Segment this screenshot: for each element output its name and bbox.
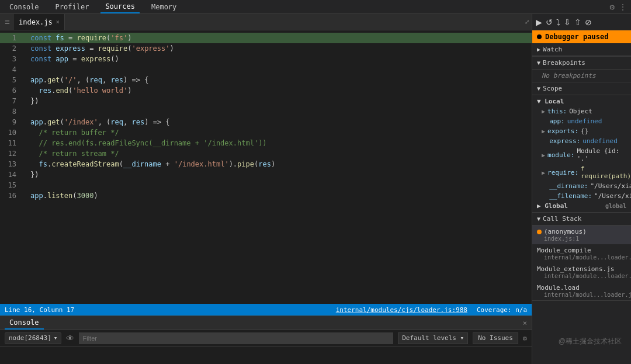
breakpoints-header[interactable]: ▼ Breakpoints: [532, 57, 631, 70]
breakpoints-section: ▼ Breakpoints No breakpoints: [532, 57, 631, 82]
debugger-panel: ▶ ↺ ⤵ ⇩ ⇧ ⊘ Debugger paused ▶ Watch ▼ Br…: [532, 14, 631, 364]
scope-key-exports: exports:: [547, 127, 578, 135]
eye-icon[interactable]: 👁: [66, 334, 74, 343]
debugger-toolbar: ▶ ↺ ⤵ ⇩ ⇧ ⊘: [532, 14, 631, 30]
code-line-5: 5 app.get('/', (req, res) => {: [0, 75, 532, 85]
loader-link[interactable]: internal/modules/cjs/loader.js:988: [336, 306, 467, 314]
coverage-status: Coverage: n/a: [477, 306, 527, 314]
line-number-8: 8: [0, 108, 21, 116]
line-content-14: }): [30, 171, 532, 179]
reload-button[interactable]: ↺: [546, 18, 553, 27]
scope-key-this: this:: [547, 108, 567, 115]
callstack-section: ▼ Call Stack (anonymous) index.js:1 Modu…: [532, 213, 631, 301]
callstack-loc-module-compile: internal/module...loader.js:1089: [537, 254, 626, 261]
scope-module[interactable]: ▶ module: Module {id: '.': [532, 146, 631, 164]
scope-val-dirname: "/Users/xiaoj: [590, 182, 631, 190]
scope-section: ▼ Scope ▼ Local ▶ this: Object app: unde…: [532, 82, 631, 213]
code-line-4: 4: [0, 64, 532, 75]
console-gear-icon[interactable]: ⚙: [523, 334, 527, 342]
console-section: Console × node[26843] ▾ 👁 Default levels…: [0, 316, 532, 364]
line-number-3: 3: [0, 55, 21, 63]
callstack-item-anonymous[interactable]: (anonymous) index.js:1: [532, 226, 631, 244]
console-filter-input[interactable]: [79, 332, 393, 344]
file-tab-close[interactable]: ×: [56, 19, 60, 25]
expand-icon[interactable]: ⤢: [525, 19, 529, 25]
line-number-4: 4: [0, 65, 21, 74]
scope-exports[interactable]: ▶ exports: {}: [532, 126, 631, 136]
line-number-12: 12: [0, 150, 21, 158]
code-line-10: 10 /* return buffer */: [0, 127, 532, 138]
code-line-13: 13 fs.createReadStream(__dirname + '/ind…: [0, 159, 532, 169]
global-scope-header[interactable]: ▶ Global global: [532, 201, 631, 211]
scope-expand-icon: ▼: [537, 85, 540, 92]
line-content-13: fs.createReadStream(__dirname + '/index.…: [30, 160, 532, 168]
line-content-16: app.listen(3000): [30, 192, 532, 200]
scope-val-this: Object: [569, 108, 592, 115]
paused-label: Debugger paused: [545, 33, 608, 41]
watermark: @稀土掘金技术社区: [559, 337, 622, 346]
callstack-header[interactable]: ▼ Call Stack: [532, 213, 631, 226]
callstack-name-module-extensions: Module_extensions.js: [537, 265, 626, 273]
level-selector[interactable]: Default levels ▾: [398, 332, 468, 344]
tab-console[interactable]: Console: [5, 0, 44, 13]
code-line-16: 16 app.listen(3000): [0, 190, 532, 201]
console-header: Console ×: [0, 316, 532, 330]
no-breakpoints-text: No breakpoints: [532, 70, 631, 82]
scope-require[interactable]: ▶ require: f require(path): [532, 164, 631, 181]
watch-section: ▶ Watch: [532, 43, 631, 57]
file-tab-index[interactable]: index.js ×: [14, 14, 65, 30]
step-out-button[interactable]: ⇧: [574, 18, 581, 27]
tab-profiler[interactable]: Profiler: [51, 0, 94, 13]
code-line-12: 12 /* return stream */: [0, 148, 532, 159]
scope-content: ▼ Local ▶ this: Object app: undefined ▶ …: [532, 95, 631, 212]
scope-key-module: module:: [547, 151, 574, 159]
scope-this[interactable]: ▶ this: Object: [532, 106, 631, 116]
scope-val-module: Module {id: '.': [577, 147, 626, 162]
breakpoints-expand-icon: ▼: [537, 60, 540, 66]
callstack-item-module-load[interactable]: Module.load internal/modul...loader.js:9…: [532, 282, 631, 300]
resume-button[interactable]: ▶: [536, 18, 542, 27]
callstack-loc-module-extensions: internal/module...loader.js:1101: [537, 273, 626, 279]
more-options-icon[interactable]: ⋮: [619, 3, 626, 11]
scope-key-dirname: __dirname:: [542, 182, 588, 190]
line-number-5: 5: [0, 76, 21, 84]
node-selector[interactable]: node[26843] ▾: [5, 332, 61, 344]
line-number-16: 16: [0, 192, 21, 200]
code-line-9: 9 app.get('/index', (req, res) => {: [0, 117, 532, 127]
line-number-10: 10: [0, 129, 21, 137]
watch-label: Watch: [543, 46, 562, 53]
deactivate-button[interactable]: ⊘: [585, 18, 592, 27]
gear-icon[interactable]: ⚙: [610, 2, 615, 12]
tab-memory[interactable]: Memory: [147, 0, 181, 13]
status-bar-right: internal/modules/cjs/loader.js:988 Cover…: [336, 306, 527, 314]
line-content-7: }): [30, 97, 532, 105]
scope-header[interactable]: ▼ Scope: [532, 82, 631, 95]
callstack-fn-anonymous: (anonymous): [544, 228, 587, 235]
sidebar-toggle[interactable]: ☰: [0, 19, 14, 25]
code-line-15: 15: [0, 180, 532, 190]
callstack-item-module-compile[interactable]: Module_compile internal/module...loader.…: [532, 244, 631, 263]
step-over-button[interactable]: ⤵: [556, 18, 560, 27]
callstack-name-anonymous: (anonymous): [537, 228, 626, 235]
file-tabs-bar: ☰ index.js × ⤢: [0, 14, 532, 30]
console-tab[interactable]: Console: [5, 316, 44, 330]
local-scope-header[interactable]: ▼ Local: [532, 96, 631, 106]
callstack-item-module-extensions[interactable]: Module_extensions.js internal/module...l…: [532, 263, 631, 282]
watch-header[interactable]: ▶ Watch: [532, 43, 631, 56]
scope-express: express: undefined: [532, 136, 631, 146]
line-number-2: 2: [0, 44, 21, 53]
file-tab-name: index.js: [19, 18, 53, 26]
line-content-12: /* return stream */: [30, 150, 532, 158]
step-into-button[interactable]: ⇩: [564, 18, 571, 27]
module-expand-icon: ▶: [542, 152, 545, 158]
line-number-15: 15: [0, 181, 21, 189]
callstack-loc-anonymous: index.js:1: [537, 235, 626, 242]
callstack-label: Call Stack: [543, 215, 581, 223]
console-close-icon[interactable]: ×: [523, 319, 527, 327]
line-content-10: /* return buffer */: [30, 129, 532, 137]
scope-key-express: express:: [542, 137, 580, 145]
code-editor[interactable]: 1 const fs = require('fs') 2 const expre…: [0, 30, 532, 304]
scope-val-require: f require(path): [581, 165, 631, 180]
cursor-position: Line 16, Column 17: [5, 306, 74, 314]
tab-sources[interactable]: Sources: [100, 0, 140, 13]
